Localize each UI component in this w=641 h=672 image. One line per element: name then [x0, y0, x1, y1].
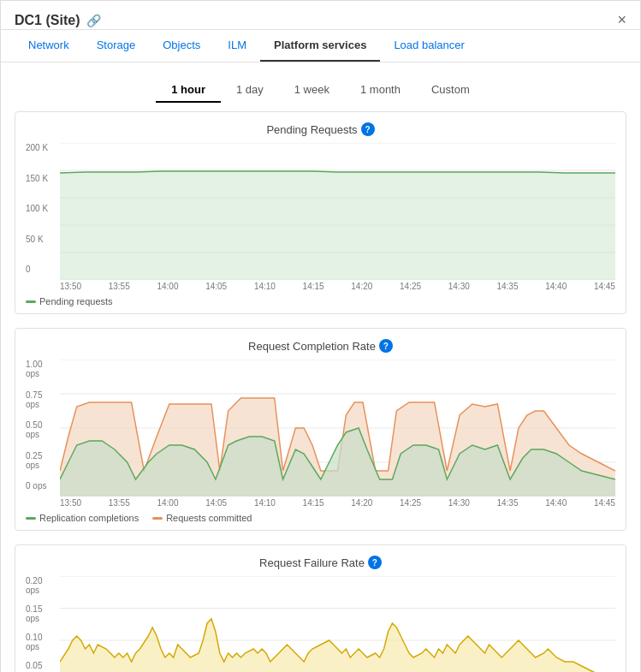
pending-legend-label: Pending requests — [39, 296, 113, 306]
main-tabs: NetworkStorageObjectsILMPlatform service… — [1, 30, 640, 62]
completion-x-axis: 13:5013:5514:0014:0514:1014:1514:2014:25… — [60, 498, 615, 508]
pending-requests-help-icon[interactable]: ? — [361, 122, 375, 136]
failure-rate-section: Request Failure Rate ? 0.20 ops 0.15 ops… — [15, 544, 626, 672]
failure-y-axis: 0.20 ops 0.15 ops 0.10 ops 0.05 ops 0 op… — [26, 576, 58, 672]
completion-rate-section: Request Completion Rate ? 1.00 ops 0.75 … — [15, 328, 626, 531]
tab-objects[interactable]: Objects — [149, 30, 214, 62]
completion-y-axis: 1.00 ops 0.75 ops 0.50 ops 0.25 ops 0 op… — [26, 360, 58, 491]
completion-rate-chart: 1.00 ops 0.75 ops 0.50 ops 0.25 ops 0 op… — [26, 360, 615, 523]
pending-requests-chart: 200 K 150 K 100 K 50 K 0 — [26, 143, 615, 306]
time-tab-1-month[interactable]: 1 month — [345, 78, 416, 103]
failure-rate-chart: 0.20 ops 0.15 ops 0.10 ops 0.05 ops 0 op… — [26, 576, 615, 672]
tab-ilm[interactable]: ILM — [214, 30, 260, 62]
failure-svg — [60, 576, 615, 672]
pending-y-axis: 200 K 150 K 100 K 50 K 0 — [26, 143, 58, 274]
pending-legend: Pending requests — [26, 296, 615, 306]
external-link-icon[interactable]: 🔗 — [86, 14, 101, 27]
tab-network[interactable]: Network — [15, 30, 83, 62]
completion-legend-replication: Replication completions — [39, 513, 139, 523]
pending-x-axis: 13:5013:5514:0014:0514:1014:1514:2014:25… — [60, 282, 615, 291]
completion-rate-help-icon[interactable]: ? — [379, 339, 393, 353]
close-button[interactable]: × — [617, 11, 626, 29]
pending-requests-title: Pending Requests — [266, 123, 357, 136]
time-tabs: 1 hour1 day1 week1 monthCustom — [1, 69, 640, 111]
panel-title: DC1 (Site) — [15, 13, 80, 28]
pending-svg — [60, 143, 615, 280]
completion-legend: Replication completions Requests committ… — [26, 513, 615, 523]
pending-requests-section: Pending Requests ? 200 K 150 K 100 K 50 … — [15, 111, 626, 314]
time-tab-1-week[interactable]: 1 week — [279, 78, 345, 103]
tab-storage[interactable]: Storage — [83, 30, 150, 62]
completion-legend-requests: Requests committed — [166, 513, 252, 523]
completion-svg — [60, 360, 615, 497]
tab-platform-services[interactable]: Platform services — [260, 30, 380, 62]
failure-rate-help-icon[interactable]: ? — [368, 556, 382, 569]
tab-load-balancer[interactable]: Load balancer — [380, 30, 478, 62]
time-tab-custom[interactable]: Custom — [416, 78, 485, 103]
time-tab-1-hour[interactable]: 1 hour — [156, 78, 221, 103]
failure-rate-title: Request Failure Rate — [259, 556, 365, 569]
time-tab-1-day[interactable]: 1 day — [221, 78, 279, 103]
completion-rate-title: Request Completion Rate — [248, 340, 376, 353]
